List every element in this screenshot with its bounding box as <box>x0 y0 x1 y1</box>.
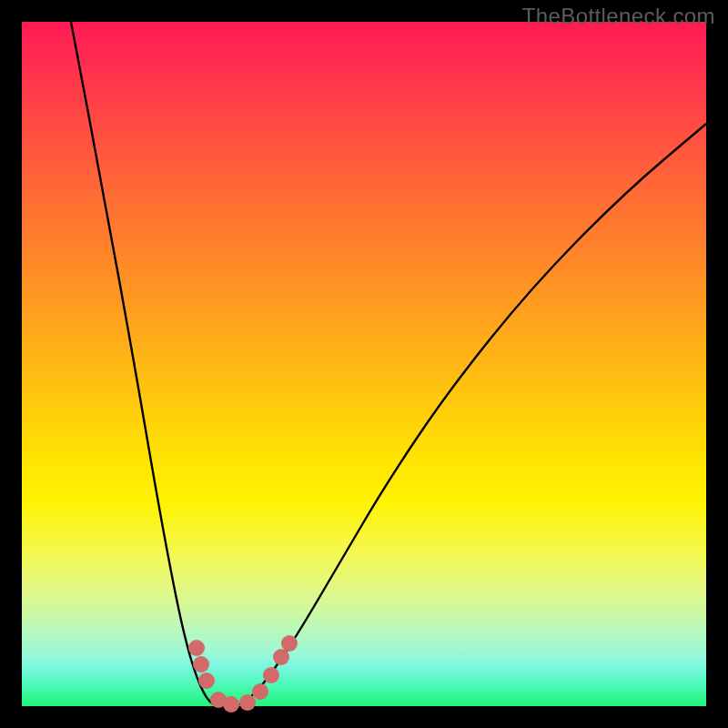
data-marker <box>239 694 256 711</box>
data-marker <box>193 656 209 672</box>
curve-right-branch <box>233 124 706 706</box>
data-marker <box>198 672 215 689</box>
data-marker <box>281 635 298 652</box>
marker-group <box>188 635 298 713</box>
data-marker <box>188 640 205 656</box>
data-marker <box>223 696 239 713</box>
data-marker <box>263 667 279 683</box>
chart-overlay <box>22 22 706 706</box>
watermark-label: TheBottleneck.com <box>522 4 715 29</box>
data-marker <box>273 649 289 665</box>
data-marker <box>252 683 268 700</box>
curve-left-branch <box>71 22 233 706</box>
